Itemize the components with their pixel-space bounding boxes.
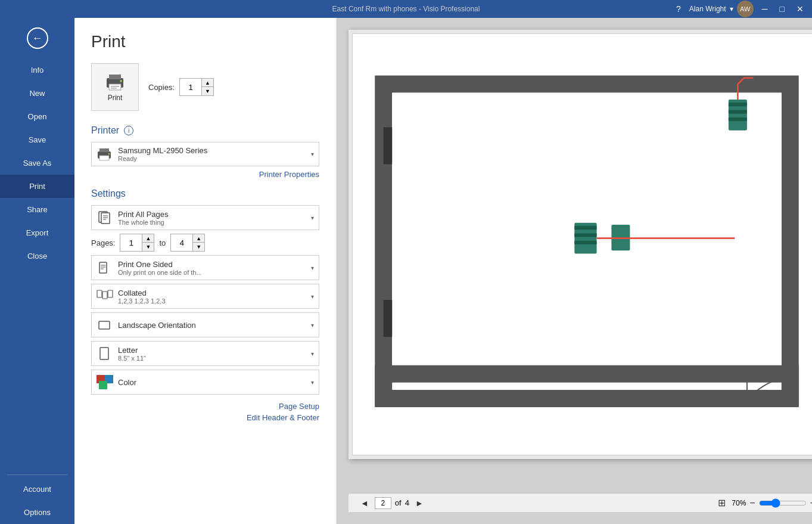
sidebar-item-options[interactable]: Options [0, 501, 74, 524]
app-body: ← Info New Open Save Save As Print Share… [0, 18, 812, 524]
minimize-button[interactable]: ─ [758, 4, 771, 14]
paper-size-text: Letter 8.5" x 11" [118, 346, 311, 362]
pages-from-increment[interactable]: ▲ [142, 234, 154, 243]
prev-page-button[interactable]: ◄ [358, 497, 371, 509]
svg-rect-3 [111, 86, 119, 87]
sidebar-item-close[interactable]: Close [0, 244, 74, 268]
svg-rect-7 [99, 148, 109, 152]
printer-dropdown-arrow: ▾ [311, 151, 314, 157]
close-button[interactable]: ✕ [793, 4, 807, 14]
sidebar-item-info[interactable]: Info [0, 58, 74, 82]
current-page-input[interactable]: 2 [375, 497, 391, 509]
print-button-area: Print Copies: 1 ▲ ▼ [91, 63, 319, 111]
info-icon[interactable]: i [124, 126, 133, 135]
collated-main: Collated [118, 289, 311, 297]
user-info: Alan Wright ▾ AW [689, 1, 754, 17]
svg-rect-20 [102, 292, 107, 299]
pages-to-buttons: ▲ ▼ [192, 234, 204, 251]
svg-rect-21 [108, 290, 113, 297]
pages-to-spinner: 4 ▲ ▼ [170, 234, 205, 252]
preview-area: ◄ 2 of 4 ► ⊞ 70% − + [337, 18, 812, 524]
print-one-sided-dropdown[interactable]: Print One Sided Only print on one side o… [91, 255, 319, 280]
page-title: Print [91, 32, 319, 51]
copies-input[interactable]: 1 [180, 80, 201, 94]
zoom-in-button[interactable]: + [810, 498, 812, 509]
user-dropdown-arrow[interactable]: ▾ [730, 5, 733, 13]
svg-rect-31 [729, 103, 747, 106]
svg-rect-29 [384, 300, 392, 337]
settings-section-header: Settings [91, 188, 319, 199]
pages-to-input[interactable]: 4 [171, 236, 192, 250]
svg-rect-36 [574, 233, 596, 237]
svg-rect-11 [101, 213, 110, 224]
sidebar-item-open[interactable]: Open [0, 105, 74, 128]
svg-rect-4 [111, 88, 117, 89]
color-icon [97, 374, 113, 390]
paper-size-dropdown[interactable]: Letter 8.5" x 11" ▾ [91, 341, 319, 366]
print-all-pages-arrow: ▾ [311, 215, 314, 221]
back-button[interactable]: ← [0, 18, 74, 58]
collated-arrow: ▾ [311, 293, 314, 300]
preview-inner [352, 33, 812, 455]
user-name: Alan Wright [689, 5, 726, 13]
printer-properties-link[interactable]: Printer Properties [259, 170, 319, 179]
back-circle-icon: ← [27, 27, 48, 49]
svg-rect-28 [384, 128, 392, 165]
sidebar-item-export[interactable]: Export [0, 221, 74, 244]
sidebar-item-new[interactable]: New [0, 82, 74, 105]
copies-increment-button[interactable]: ▲ [201, 79, 213, 87]
printer-dropdown[interactable]: Samsung ML-2950 Series Ready ▾ [91, 142, 319, 166]
sidebar-item-print[interactable]: Print [0, 175, 74, 198]
zoom-fit-button[interactable]: ⊞ [718, 497, 726, 509]
page-setup-link[interactable]: Page Setup [279, 402, 319, 411]
print-all-pages-text: Print All Pages The whole thing [118, 210, 311, 226]
print-all-pages-dropdown[interactable]: Print All Pages The whole thing ▾ [91, 205, 319, 230]
svg-rect-19 [97, 290, 102, 297]
page-navigation: ◄ 2 of 4 ► [358, 497, 426, 509]
svg-rect-22 [99, 321, 110, 329]
color-dropdown[interactable]: Color ▾ [91, 370, 319, 395]
zoom-slider[interactable] [759, 498, 807, 508]
window-title: East Conf Rm with phones - Visio Profess… [332, 5, 480, 13]
zoom-label: 70% [732, 499, 746, 507]
sidebar-item-save[interactable]: Save [0, 128, 74, 151]
floor-plan-svg [353, 34, 812, 455]
svg-point-9 [108, 153, 110, 154]
avatar: AW [737, 1, 754, 17]
orientation-main: Landscape Orientation [118, 321, 311, 330]
titlebar: East Conf Rm with phones - Visio Profess… [0, 0, 812, 18]
orientation-text: Landscape Orientation [118, 321, 311, 330]
svg-rect-35 [574, 226, 596, 230]
help-button[interactable]: ? [673, 4, 685, 14]
pages-to-increment[interactable]: ▲ [192, 234, 204, 243]
pages-label: Pages: [91, 238, 115, 247]
printer-properties-area: Printer Properties [91, 170, 319, 179]
copies-spinner: 1 ▲ ▼ [179, 78, 214, 96]
printer-section-header: Printer i [91, 125, 319, 136]
paper-size-sub: 8.5" x 11" [118, 355, 311, 362]
color-arrow: ▾ [311, 379, 314, 386]
pages-from-spinner: 1 ▲ ▼ [120, 234, 154, 252]
restore-button[interactable]: □ [776, 4, 788, 14]
pages-to-decrement[interactable]: ▼ [192, 243, 204, 251]
sidebar-item-share[interactable]: Share [0, 198, 74, 221]
next-page-button[interactable]: ► [413, 497, 426, 509]
orientation-dropdown[interactable]: Landscape Orientation ▾ [91, 312, 319, 337]
pages-from-decrement[interactable]: ▼ [142, 243, 154, 251]
svg-point-5 [120, 80, 122, 82]
edit-header-footer-link[interactable]: Edit Header & Footer [247, 413, 319, 422]
sidebar-item-account[interactable]: Account [0, 478, 74, 501]
zoom-out-button[interactable]: − [749, 498, 755, 509]
sidebar-item-save-as[interactable]: Save As [0, 151, 74, 175]
print-button[interactable]: Print [91, 63, 139, 111]
printer-info: Samsung ML-2950 Series Ready [118, 146, 311, 162]
collated-dropdown[interactable]: Collated 1,2,3 1,2,3 1,2,3 ▾ [91, 284, 319, 309]
collate-icon [97, 288, 113, 305]
sides-icon [97, 259, 113, 276]
pages-from-input[interactable]: 1 [120, 236, 142, 250]
copies-decrement-button[interactable]: ▼ [201, 87, 213, 95]
paper-icon [97, 345, 113, 362]
svg-rect-23 [100, 348, 108, 359]
pages-from-buttons: ▲ ▼ [142, 234, 154, 251]
zoom-bar: ⊞ 70% − + [718, 497, 812, 509]
